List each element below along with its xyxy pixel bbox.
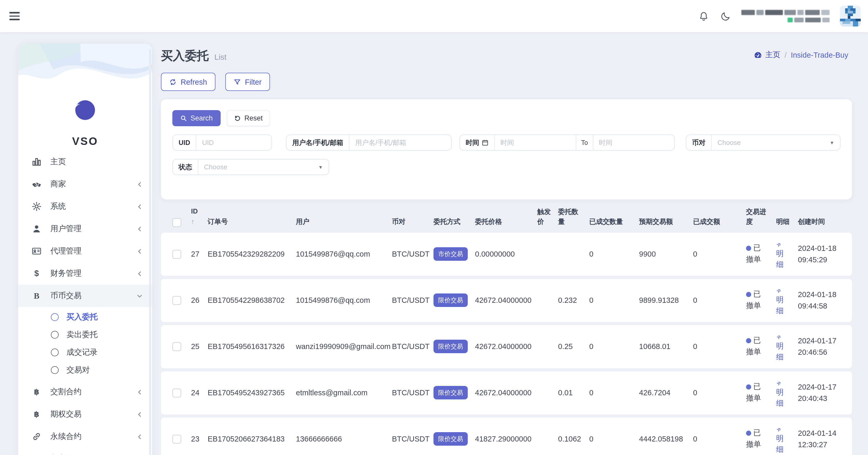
time-to-input[interactable]: 时间: [593, 135, 674, 150]
sidebar-subitem[interactable]: 买入委托: [18, 308, 152, 326]
column-header: 委托价格: [475, 217, 537, 227]
sidebar-item[interactable]: $财务管理: [18, 262, 152, 285]
logo-icon: [75, 100, 95, 120]
cell-user: etmltless@gmail.com: [296, 389, 392, 397]
cell-user: wanzi19990909@gmail.com: [296, 342, 392, 351]
double-chevron-icon: »: [776, 376, 786, 388]
cell-filled-amount: 0: [589, 342, 639, 351]
sidebar-item[interactable]: 文章管理: [18, 448, 152, 455]
sidebar-item-label: 商家: [50, 179, 66, 189]
cell-expected-total: 4442.058198: [639, 435, 693, 443]
column-header[interactable]: ID↑: [191, 207, 208, 227]
select-all-checkbox[interactable]: [173, 218, 181, 227]
chevron-left-icon: [136, 270, 143, 277]
sidebar-subitem-label: 成交记录: [66, 347, 98, 357]
reset-button[interactable]: Reset: [227, 110, 270, 126]
cell-order-type: 市价交易: [433, 247, 475, 261]
time-from-input[interactable]: 时间: [495, 135, 577, 150]
row-checkbox[interactable]: [173, 296, 181, 305]
cell-created-at: 2024-01-1720:46:56: [798, 335, 848, 358]
cell-expected-total: 426.7204: [639, 389, 693, 397]
cell-expected-total: 9900: [639, 250, 693, 258]
pair-select[interactable]: Choose ▼: [712, 135, 840, 150]
filter-buttons: Search Reset: [173, 110, 840, 126]
sidebar-subitem[interactable]: 卖出委托: [18, 326, 152, 343]
table-body: 27EB17055423292822091015499876@qq.comBTC…: [161, 233, 852, 455]
sidebar-item[interactable]: 商家: [18, 173, 152, 195]
sidebar-item-label: 财务管理: [50, 269, 82, 278]
sidebar-item[interactable]: 用户管理: [18, 218, 152, 240]
svg-text:฿: ฿: [34, 388, 39, 396]
app-window: VSO 主页商家系统用户管理代理管理$财务管理B币币交易买入委托卖出委托成交记录…: [0, 0, 868, 455]
detail-link[interactable]: »明细: [776, 330, 798, 363]
avatar[interactable]: [840, 6, 861, 27]
cell-price: 0.00000000: [475, 250, 537, 258]
sidebar-item-label: 币币交易: [50, 291, 82, 301]
topbar: [0, 0, 868, 32]
breadcrumb-current[interactable]: Inside-Trade-Buy: [791, 51, 848, 59]
sidebar-item[interactable]: ฿交割合约: [18, 381, 152, 403]
column-header: 委托方式: [433, 217, 475, 227]
row-checkbox[interactable]: [173, 388, 181, 397]
bell-icon[interactable]: [698, 10, 709, 22]
double-chevron-icon: »: [776, 238, 786, 249]
cell-pair: BTC/USDT: [392, 435, 433, 443]
cell-order-no: EB1705206627364183: [208, 435, 296, 443]
table-row: 24EB1705495243927365etmltless@gmail.comB…: [161, 371, 852, 414]
column-header: 委托数量: [558, 207, 589, 227]
refresh-button[interactable]: Refresh: [161, 73, 215, 91]
sidebar-item[interactable]: 主页: [18, 151, 152, 173]
row-checkbox[interactable]: [173, 342, 181, 351]
role-line: [787, 18, 830, 22]
menu-icon[interactable]: [9, 12, 20, 20]
sidebar-subitem[interactable]: 成交记录: [18, 343, 152, 361]
cell-id: 26: [191, 296, 208, 304]
search-button[interactable]: Search: [173, 110, 221, 126]
detail-link[interactable]: »明细: [776, 238, 798, 270]
id-card-icon: [32, 246, 41, 256]
time-field-group: 时间 时间 To 时间: [459, 134, 675, 151]
double-chevron-icon: »: [776, 284, 786, 296]
sidebar-item[interactable]: 系统: [18, 195, 152, 218]
detail-link[interactable]: »明细: [776, 284, 798, 316]
sidebar-scrollbar[interactable]: [149, 49, 151, 455]
account-label: 用户名/手机/邮箱: [286, 135, 349, 150]
cell-price: 42672.04000000: [475, 389, 537, 397]
time-label: 时间: [460, 135, 495, 150]
cell-order-type: 限价交易: [433, 386, 475, 399]
filter-button[interactable]: Filter: [225, 73, 270, 91]
cell-filled-amount: 0: [589, 389, 639, 397]
breadcrumb: 主页 / Inside-Trade-Buy: [754, 50, 848, 60]
chevron-left-icon: [136, 181, 143, 187]
detail-link[interactable]: »明细: [776, 423, 798, 455]
user-icon: [32, 224, 41, 234]
row-checkbox[interactable]: [173, 249, 181, 259]
status-select[interactable]: Choose ▼: [198, 159, 329, 175]
column-header: 创建时间: [798, 217, 848, 227]
sidebar-item[interactable]: 代理管理: [18, 240, 152, 262]
uid-input[interactable]: UID: [196, 135, 272, 150]
sidebar-item[interactable]: 永续合约: [18, 425, 152, 448]
sidebar-subitem[interactable]: 交易对: [18, 361, 152, 378]
account-input[interactable]: 用户名/手机/邮箱: [349, 135, 451, 150]
cell-created-at: 2024-01-1412:30:27: [798, 427, 848, 451]
sidebar-item[interactable]: B币币交易: [18, 285, 152, 307]
cell-id: 27: [191, 250, 208, 258]
svg-text:฿: ฿: [34, 410, 39, 419]
cell-status: 已撤单: [746, 428, 776, 450]
pair-label: 币对: [686, 135, 712, 150]
bitcoin-icon: ฿: [32, 387, 41, 397]
table-row: 26EB17055422986387021015499876@qq.comBTC…: [161, 279, 852, 322]
filter-row-1: UID UID 用户名/手机/邮箱 用户名/手机/邮箱 时间 时间 To 时间: [173, 134, 840, 151]
chevron-left-icon: [136, 389, 143, 395]
moon-icon[interactable]: [719, 10, 731, 22]
sidebar-item-label: 永续合约: [50, 432, 82, 442]
cell-status: 已撤单: [746, 289, 776, 312]
sidebar-item[interactable]: ฿期权交易: [18, 403, 152, 425]
sidebar-nav: 主页商家系统用户管理代理管理$财务管理B币币交易买入委托卖出委托成交记录交易对฿…: [18, 151, 152, 455]
cell-filled-total: 0: [693, 250, 746, 258]
order-type-badge: 限价交易: [433, 386, 468, 399]
row-checkbox[interactable]: [173, 434, 181, 443]
breadcrumb-home[interactable]: 主页: [754, 50, 780, 60]
detail-link[interactable]: »明细: [776, 376, 798, 409]
